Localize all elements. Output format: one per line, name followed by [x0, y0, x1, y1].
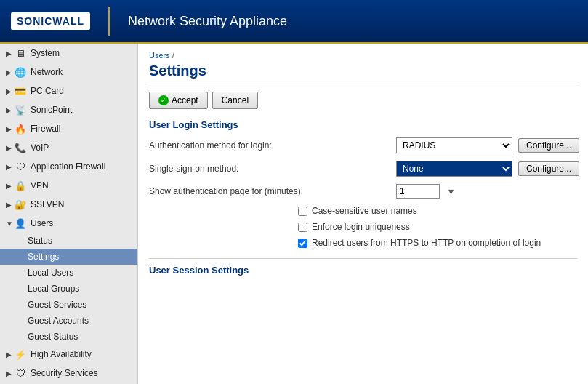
show-auth-control: ▾: [396, 184, 454, 199]
sidebar-item-high-availability[interactable]: ▶ ⚡ High Availability: [0, 345, 137, 364]
sidebar-item-users[interactable]: ▼ 👤 Users: [0, 214, 137, 233]
cancel-button[interactable]: Cancel: [212, 92, 258, 109]
sso-label: Single-sign-on method:: [149, 164, 396, 174]
toolbar: ✓ Accept Cancel: [149, 92, 577, 109]
sidebar-item-app-firewall[interactable]: ▶ 🛡 Application Firewall: [0, 157, 137, 176]
accept-icon: ✓: [158, 95, 169, 105]
breadcrumb-separator: /: [172, 51, 174, 60]
ha-icon: ⚡: [13, 348, 28, 360]
sidebar-sub-local-users[interactable]: Local Users: [0, 265, 137, 281]
arrow-system: ▶: [6, 49, 13, 57]
app-title: Network Security Appliance: [128, 14, 287, 29]
sidebar-item-vpn[interactable]: ▶ 🔒 VPN: [0, 176, 137, 195]
user-session-section-title: User Session Settings: [149, 258, 577, 276]
sso-row: Single-sign-on method: None SSO Agent Co…: [149, 161, 577, 177]
sidebar-item-security-services[interactable]: ▶ 🛡 Security Services: [0, 364, 137, 383]
enforce-uniqueness-label: Enforce login uniqueness: [312, 222, 410, 232]
security-icon: 🛡: [13, 367, 28, 379]
content-area: Users / Settings ✓ Accept Cancel User Lo…: [138, 44, 588, 384]
app-header: SONICWALL Network Security Appliance: [0, 0, 588, 44]
logo-text: SONICWALL: [17, 15, 84, 27]
arrow-voip: ▶: [6, 144, 13, 152]
header-divider: [108, 7, 110, 36]
checkbox-row-1: Case-sensitive user names: [149, 206, 577, 216]
show-auth-label: Show authentication page for (minutes):: [149, 186, 396, 196]
sidebar-sub-status[interactable]: Status: [0, 233, 137, 249]
pccard-icon: 💳: [13, 85, 28, 97]
sonicpoint-icon: 📡: [13, 104, 28, 116]
sidebar-sub-guest-status[interactable]: Guest Status: [0, 329, 137, 345]
sidebar-item-sslvpn[interactable]: ▶ 🔐 SSLVPN: [0, 195, 137, 214]
accept-button[interactable]: ✓ Accept: [149, 92, 208, 109]
auth-method-label: Authentication method for login:: [149, 140, 396, 151]
arrow-vpn: ▶: [6, 182, 13, 190]
sidebar-sub-local-groups[interactable]: Local Groups: [0, 281, 137, 297]
breadcrumb-parent[interactable]: Users: [149, 51, 170, 60]
arrow-users: ▼: [6, 220, 13, 228]
enforce-uniqueness-checkbox[interactable]: [298, 223, 307, 232]
arrow-pccard: ▶: [6, 87, 13, 95]
sidebar-item-voip[interactable]: ▶ 📞 VoIP: [0, 138, 137, 157]
sidebar-item-sonicpoint[interactable]: ▶ 📡 SonicPoint: [0, 100, 137, 119]
user-login-section-title: User Login Settings: [149, 119, 577, 130]
case-sensitive-label: Case-sensitive user names: [312, 206, 417, 216]
arrow-ha: ▶: [6, 351, 13, 359]
sidebar: ▶ 🖥 System ▶ 🌐 Network ▶ 💳 PC Card ▶ 📡 S…: [0, 44, 138, 384]
auth-method-row: Authentication method for login: RADIUS …: [149, 137, 577, 153]
logo-area: SONICWALL Network Security Appliance: [11, 7, 287, 36]
main-layout: ▶ 🖥 System ▶ 🌐 Network ▶ 💳 PC Card ▶ 📡 S…: [0, 44, 588, 384]
users-icon: 👤: [13, 217, 28, 229]
sidebar-item-firewall[interactable]: ▶ 🔥 Firewall: [0, 119, 137, 138]
checkbox-row-2: Enforce login uniqueness: [149, 222, 577, 232]
sso-configure-button[interactable]: Configure...: [518, 161, 579, 176]
network-icon: 🌐: [13, 66, 28, 78]
voip-icon: 📞: [13, 142, 28, 153]
redirect-https-label: Redirect users from HTTPS to HTTP on com…: [312, 238, 541, 248]
arrow-sonicpoint: ▶: [6, 106, 13, 114]
spinner-icon[interactable]: ▾: [448, 185, 454, 197]
firewall-icon: 🔥: [13, 123, 28, 135]
breadcrumb: Users /: [149, 51, 577, 60]
show-auth-row: Show authentication page for (minutes): …: [149, 184, 577, 199]
arrow-sslvpn: ▶: [6, 201, 13, 209]
show-auth-input[interactable]: [396, 184, 440, 199]
auth-method-control: RADIUS Local Users LDAP Configure...: [396, 137, 579, 153]
sidebar-item-network[interactable]: ▶ 🌐 Network: [0, 63, 137, 81]
checkbox-row-3: Redirect users from HTTPS to HTTP on com…: [149, 238, 577, 248]
logo-box: SONICWALL: [11, 12, 90, 30]
page-title: Settings: [149, 63, 577, 84]
redirect-https-checkbox[interactable]: [298, 239, 307, 248]
auth-method-select[interactable]: RADIUS Local Users LDAP: [396, 137, 512, 153]
sslvpn-icon: 🔐: [13, 199, 28, 210]
sso-control: None SSO Agent Configure...: [396, 161, 579, 177]
sidebar-sub-guest-services[interactable]: Guest Services: [0, 297, 137, 313]
arrow-network: ▶: [6, 68, 13, 76]
sidebar-item-pccard[interactable]: ▶ 💳 PC Card: [0, 81, 137, 100]
sso-select[interactable]: None SSO Agent: [396, 161, 512, 177]
arrow-firewall: ▶: [6, 125, 13, 133]
vpn-icon: 🔒: [13, 180, 28, 191]
app-firewall-icon: 🛡: [13, 161, 28, 172]
case-sensitive-checkbox[interactable]: [298, 207, 307, 216]
sidebar-item-system[interactable]: ▶ 🖥 System: [0, 44, 137, 63]
sidebar-sub-guest-accounts[interactable]: Guest Accounts: [0, 313, 137, 329]
system-icon: 🖥: [13, 47, 28, 59]
arrow-app-firewall: ▶: [6, 163, 13, 171]
sidebar-sub-settings[interactable]: Settings: [0, 249, 137, 265]
arrow-security: ▶: [6, 369, 13, 377]
auth-configure-button[interactable]: Configure...: [518, 138, 579, 153]
